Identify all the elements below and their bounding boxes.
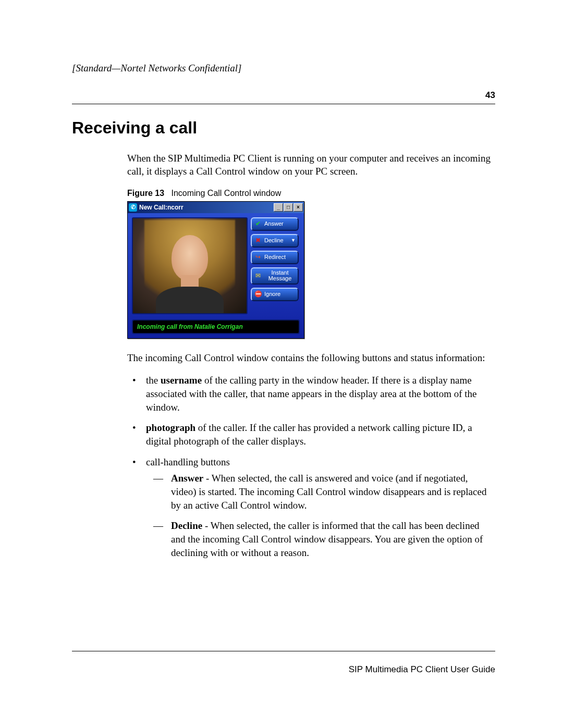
ignore-icon: ⛔ bbox=[254, 290, 262, 299]
close-button[interactable]: × bbox=[293, 203, 303, 212]
bold-username: username bbox=[161, 375, 202, 386]
answer-button[interactable]: ✔ Answer bbox=[251, 217, 299, 231]
minimize-button[interactable]: _ bbox=[274, 203, 283, 212]
after-figure-paragraph: The incoming Call Control window contain… bbox=[127, 351, 495, 365]
caller-photo bbox=[132, 217, 248, 314]
decline-button[interactable]: ✖ Decline ▼ bbox=[251, 234, 299, 248]
dash-answer: Answer - When selected, the call is answ… bbox=[146, 472, 495, 512]
incoming-call-status: Incoming call from Natalie Corrigan bbox=[132, 319, 300, 334]
instant-message-label: Instant Message bbox=[264, 270, 296, 282]
dash-list: Answer - When selected, the call is answ… bbox=[146, 472, 495, 559]
body: When the SIP Multimedia PC Client is run… bbox=[127, 152, 495, 559]
decline-label: Decline bbox=[264, 238, 284, 244]
bullet-call-handling: call-handling buttons Answer - When sele… bbox=[127, 455, 495, 559]
dash-decline: Decline - When selected, the caller is i… bbox=[146, 519, 495, 559]
text: call-handling buttons bbox=[146, 456, 230, 467]
call-body: ✔ Answer ✖ Decline ▼ ↪ Redirect bbox=[128, 213, 304, 338]
instant-message-button[interactable]: ✉ Instant Message bbox=[251, 267, 299, 285]
text: the bbox=[146, 375, 161, 386]
figure-caption-text: Incoming Call Control window bbox=[171, 189, 281, 198]
bullet-username: the username of the calling party in the… bbox=[127, 374, 495, 414]
ignore-label: Ignore bbox=[264, 291, 280, 298]
window-title: New Call:ncorr bbox=[139, 203, 274, 212]
text: - When selected, the call is answered an… bbox=[171, 473, 486, 510]
chevron-down-icon: ▼ bbox=[291, 238, 296, 243]
bold-photograph: photograph bbox=[146, 422, 195, 433]
text: - When selected, the caller is informed … bbox=[171, 520, 483, 558]
section-title: Receiving a call bbox=[72, 117, 495, 139]
redirect-icon: ↪ bbox=[254, 253, 262, 262]
redirect-label: Redirect bbox=[264, 254, 286, 261]
call-buttons-panel: ✔ Answer ✖ Decline ▼ ↪ Redirect bbox=[251, 217, 299, 314]
call-control-window: ✆ New Call:ncorr _ □ × bbox=[127, 201, 304, 339]
answer-icon: ✔ bbox=[254, 220, 262, 228]
figure-label: Figure 13 bbox=[127, 189, 164, 198]
intro-paragraph: When the SIP Multimedia PC Client is run… bbox=[127, 152, 495, 178]
bold-answer: Answer bbox=[171, 473, 203, 484]
bold-decline: Decline bbox=[171, 520, 202, 531]
header-rule bbox=[72, 104, 495, 104]
answer-label: Answer bbox=[264, 221, 284, 227]
decline-icon: ✖ bbox=[254, 237, 262, 245]
maximize-button[interactable]: □ bbox=[284, 203, 293, 212]
page-number: 43 bbox=[72, 90, 495, 102]
footer-guide: SIP Multimedia PC Client User Guide bbox=[72, 664, 495, 676]
bullet-photograph: photograph of the caller. If the caller … bbox=[127, 421, 495, 448]
ignore-button[interactable]: ⛔ Ignore bbox=[251, 288, 299, 301]
redirect-button[interactable]: ↪ Redirect bbox=[251, 251, 299, 264]
window-titlebar[interactable]: ✆ New Call:ncorr _ □ × bbox=[128, 202, 304, 213]
confidential-header: [Standard—Nortel Networks Confidential] bbox=[72, 61, 495, 75]
page: [Standard—Nortel Networks Confidential] … bbox=[0, 0, 563, 728]
footer-rule bbox=[72, 651, 495, 651]
message-icon: ✉ bbox=[254, 272, 262, 280]
app-icon: ✆ bbox=[129, 203, 137, 212]
footer: SIP Multimedia PC Client User Guide bbox=[72, 651, 495, 676]
bullet-list: the username of the calling party in the… bbox=[127, 374, 495, 559]
figure-caption: Figure 13 Incoming Call Control window bbox=[127, 188, 495, 199]
